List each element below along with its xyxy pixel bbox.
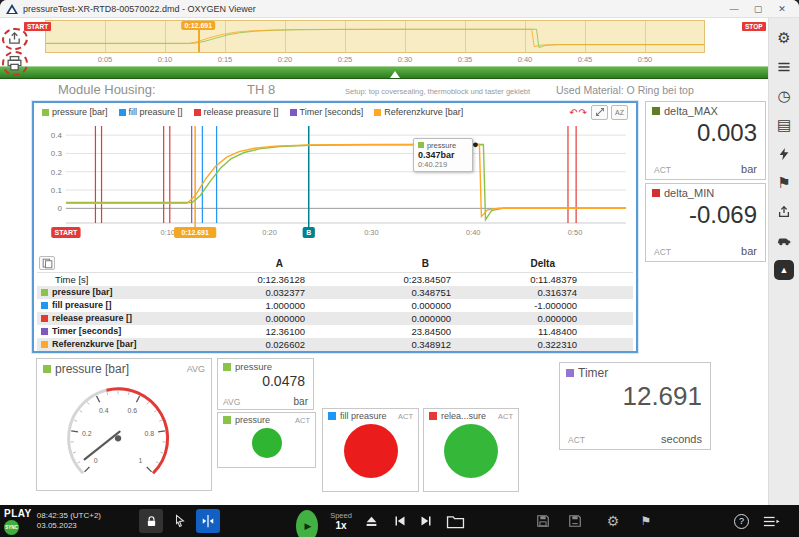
export-share-icon[interactable] bbox=[774, 202, 794, 222]
skip-to-end-button[interactable] bbox=[413, 505, 439, 537]
cursor-values-table: ABDeltaTime [s]0:12.361280:23.845070:11.… bbox=[37, 255, 633, 351]
tooltip-channel-name: pressure bbox=[427, 141, 456, 150]
copy-table-button[interactable] bbox=[39, 256, 55, 270]
delta-min-mode: ACT bbox=[654, 247, 671, 257]
lock-button[interactable] bbox=[138, 505, 164, 537]
speed-control[interactable]: Speed 1x bbox=[326, 505, 356, 537]
legend-item[interactable]: pressure [bar] bbox=[42, 107, 108, 117]
gauge-mode: AVG bbox=[187, 364, 205, 374]
help-button[interactable]: ? bbox=[733, 505, 750, 537]
timeline-tick: 0:05 bbox=[98, 55, 113, 64]
delta-max-meter: delta_MAX 0.003 ACTbar bbox=[645, 101, 766, 180]
table-row: Timer [seconds]12.3610023.8450011.48400 bbox=[37, 325, 633, 338]
settings-button[interactable]: ⚙ bbox=[600, 505, 626, 537]
chart-tools: ↶↷AZ bbox=[569, 105, 628, 120]
legend-item[interactable]: Referenzkurve [bar] bbox=[374, 107, 463, 117]
channel-list-icon[interactable] bbox=[774, 57, 794, 77]
legend-label: fill preasure [] bbox=[129, 107, 183, 117]
cursor-column-B: B bbox=[317, 255, 463, 272]
table-row: release preasure []0.0000000.0000000.000… bbox=[37, 312, 633, 325]
svg-text:0.4: 0.4 bbox=[99, 407, 109, 414]
table-row: pressure [bar]0.0323770.3487510.316374 bbox=[37, 286, 633, 299]
delta-max-unit: bar bbox=[741, 163, 757, 175]
svg-text:0: 0 bbox=[57, 204, 62, 213]
dewetron-logo-badge[interactable]: ▲ bbox=[774, 260, 794, 280]
indicator-pressure: pressureACT bbox=[217, 412, 316, 468]
timer-channel-color bbox=[566, 369, 574, 377]
eject-button[interactable] bbox=[358, 505, 384, 537]
timeline-tick: 0:20 bbox=[278, 55, 293, 64]
open-file-button[interactable] bbox=[442, 505, 468, 537]
chart-plot-svg: 00.10.20.30.4START0:100:12.6910:20B0:300… bbox=[36, 121, 634, 254]
print-icon[interactable] bbox=[6, 55, 23, 72]
table-time-row: Time [s]0:12.361280:23.845070:11.48379 bbox=[37, 272, 633, 286]
svg-text:0.3: 0.3 bbox=[51, 149, 63, 158]
measure-cursor-button[interactable] bbox=[195, 505, 221, 537]
timeline-tick: 0:30 bbox=[398, 55, 413, 64]
undo-redo-zoom-icons[interactable]: ↶↷ bbox=[569, 107, 588, 118]
playback-position-caret[interactable] bbox=[390, 71, 400, 78]
digital-value: 0.0478 bbox=[218, 374, 313, 396]
cursor-cell: 23.84500 bbox=[317, 325, 463, 338]
tooltip-value: 0.347bar bbox=[418, 150, 468, 160]
legend-color-square bbox=[194, 109, 201, 116]
export-icon[interactable] bbox=[7, 31, 22, 46]
maximize-button[interactable]: ▢ bbox=[747, 4, 769, 14]
delta-min-value: -0.069 bbox=[646, 202, 765, 243]
power-event-icon[interactable] bbox=[774, 144, 794, 164]
play-button[interactable]: ▶ bbox=[296, 510, 318, 537]
legend-item[interactable]: release preasure [] bbox=[194, 107, 279, 117]
digital-channel-color bbox=[223, 363, 231, 371]
timeline-preview-curves bbox=[46, 21, 704, 52]
chart-plot-area[interactable]: 00.10.20.30.4START0:100:12.6910:20B0:300… bbox=[36, 121, 634, 254]
sync-clock-icon[interactable]: ◷ bbox=[774, 86, 794, 106]
autoscale-button[interactable]: AZ bbox=[611, 105, 628, 120]
close-button[interactable]: ✕ bbox=[771, 4, 793, 14]
timeline-band[interactable]: 0:12.691 bbox=[45, 20, 705, 53]
sync-button[interactable]: SYNC bbox=[4, 520, 19, 535]
legend-item[interactable]: fill preasure [] bbox=[119, 107, 183, 117]
indicator-release-mode: ACT bbox=[498, 412, 513, 421]
channel-row-label: Referenzkurve [bar] bbox=[41, 339, 193, 349]
event-list-button[interactable] bbox=[758, 505, 784, 537]
left-rail bbox=[0, 20, 32, 80]
clock-time: 08:42:35 (UTC+2) bbox=[37, 511, 101, 521]
cursor-tool-button[interactable] bbox=[167, 505, 193, 537]
timeline-tick: 0:10 bbox=[158, 55, 173, 64]
cursor-cell: 1.000000 bbox=[205, 299, 317, 312]
chart-legend: pressure [bar]fill preasure []release pr… bbox=[34, 103, 636, 121]
timeline-tick: 0:50 bbox=[638, 55, 653, 64]
recorder-chart-panel: pressure [bar]fill preasure []release pr… bbox=[32, 101, 638, 353]
legend-color-square bbox=[374, 109, 381, 116]
playback-position-strip[interactable] bbox=[0, 66, 768, 79]
vehicle-icon[interactable] bbox=[774, 231, 794, 251]
titlebar: pressureTest-XR-RTD8-00570022.dmd - OXYG… bbox=[0, 0, 799, 18]
skip-to-start-button[interactable] bbox=[387, 505, 413, 537]
channel-row-label: release preasure [] bbox=[41, 313, 193, 323]
svg-text:0:40: 0:40 bbox=[466, 228, 481, 237]
cursor-cell: 0.032377 bbox=[205, 286, 317, 299]
report-icon[interactable]: ▤ bbox=[774, 115, 794, 135]
marker-flag-icon[interactable]: ⚑ bbox=[774, 173, 794, 193]
indicator-release-label: relea...sure bbox=[441, 411, 486, 421]
cursor-cell: 0.348751 bbox=[317, 286, 463, 299]
svg-text:0.4: 0.4 bbox=[51, 131, 63, 140]
save-button[interactable] bbox=[530, 505, 556, 537]
report-flag-button[interactable]: ⚑ bbox=[633, 505, 659, 537]
svg-text:1: 1 bbox=[139, 457, 143, 464]
minimize-button[interactable]: — bbox=[723, 4, 745, 14]
table-header-row: ABDelta bbox=[37, 255, 633, 272]
used-material-note: Used Material: O Ring bei top bbox=[556, 84, 694, 96]
zoom-tool-button[interactable] bbox=[591, 105, 608, 120]
window-title: pressureTest-XR-RTD8-00570022.dmd - OXYG… bbox=[23, 4, 256, 14]
digital-unit: bar bbox=[294, 396, 308, 407]
gauge-instrument: pressure [bar]AVG 00.20.40.60.81 bbox=[36, 358, 212, 491]
play-icon: ▶ bbox=[303, 521, 312, 531]
save-as-button[interactable] bbox=[562, 505, 588, 537]
cursor-cell: 0.348912 bbox=[317, 338, 463, 351]
settings-gear-icon[interactable]: ⚙ bbox=[774, 28, 794, 48]
timeline-tick: 0:25 bbox=[338, 55, 353, 64]
legend-item[interactable]: Timer [seconds] bbox=[290, 107, 364, 117]
delta-max-color bbox=[652, 107, 660, 115]
indicator-fill-preasure: fill preasureACT bbox=[322, 408, 419, 492]
